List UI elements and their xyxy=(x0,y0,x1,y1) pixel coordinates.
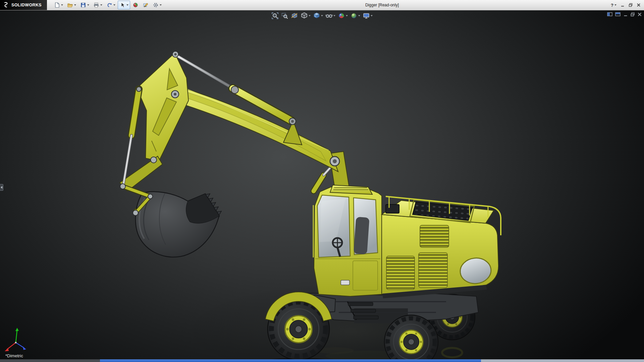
taskbar-segment-blue xyxy=(100,359,481,362)
gear-icon xyxy=(153,2,159,8)
save-button[interactable] xyxy=(78,1,91,9)
taskbar-segment-left xyxy=(0,359,100,362)
minimize-button[interactable] xyxy=(621,3,625,7)
view-settings-button[interactable] xyxy=(362,11,374,20)
dropdown-caret xyxy=(113,4,115,6)
apply-scene-button[interactable] xyxy=(349,11,361,20)
title-bar: SOLIDWORKS xyxy=(0,0,644,10)
new-document-icon xyxy=(54,2,60,8)
pane-minimize-button[interactable] xyxy=(623,12,628,17)
window-controls: ? xyxy=(611,0,641,10)
glasses-icon xyxy=(325,12,333,19)
help-button[interactable]: ? xyxy=(611,3,616,8)
dropdown-caret xyxy=(333,15,335,16)
options-button[interactable] xyxy=(151,1,163,9)
display-style-button[interactable] xyxy=(312,11,324,20)
dropdown-caret xyxy=(160,4,162,6)
zoom-fit-button[interactable] xyxy=(270,11,280,20)
section-view-icon xyxy=(291,12,298,19)
boom-arm[interactable] xyxy=(120,51,350,192)
view-cube-icon xyxy=(301,12,308,19)
split-pane-horizontal-button[interactable] xyxy=(615,12,621,17)
edit-appearance-hud-button[interactable] xyxy=(337,11,349,20)
solidworks-logo-icon xyxy=(3,2,9,8)
save-icon xyxy=(80,2,86,8)
open-folder-icon xyxy=(67,2,73,8)
hide-show-items-button[interactable] xyxy=(324,11,336,20)
dropdown-caret xyxy=(346,15,348,16)
select-button[interactable] xyxy=(118,1,130,9)
bucket[interactable] xyxy=(120,184,221,257)
close-button[interactable] xyxy=(637,3,641,7)
monitor-icon xyxy=(363,12,370,19)
taskbar-segment-right xyxy=(481,359,644,362)
dropdown-caret xyxy=(74,4,76,6)
appearance-ball-icon xyxy=(132,2,139,8)
print-icon xyxy=(93,2,99,8)
window-title: Digger [Read-only] xyxy=(365,3,399,7)
edit-appearance-button[interactable] xyxy=(131,1,140,9)
undo-icon xyxy=(106,2,112,8)
engine-housing[interactable] xyxy=(382,196,501,298)
appearance-ball-icon xyxy=(338,12,345,19)
scene-svg xyxy=(0,0,644,362)
chevron-left-icon xyxy=(1,186,2,189)
dropdown-caret xyxy=(87,4,89,6)
dropdown-caret xyxy=(309,15,311,16)
open-button[interactable] xyxy=(65,1,78,9)
dropdown-caret xyxy=(614,4,616,6)
zoom-area-icon xyxy=(281,12,288,19)
select-cursor-icon xyxy=(119,2,125,8)
pane-controls xyxy=(607,12,642,17)
reference-triad xyxy=(5,328,26,351)
scene-sphere-icon xyxy=(350,12,358,19)
sketch-pencil-icon xyxy=(143,2,149,8)
panel-collapse-tab[interactable] xyxy=(0,184,3,191)
taskbar-strip[interactable] xyxy=(0,359,644,362)
section-view-button[interactable] xyxy=(290,11,299,20)
main-toolbar xyxy=(52,1,163,9)
zoom-area-button[interactable] xyxy=(280,11,289,20)
dropdown-caret xyxy=(126,4,128,6)
excavator-model[interactable] xyxy=(120,51,527,362)
shaded-cube-icon xyxy=(313,12,320,19)
restore-button[interactable] xyxy=(629,3,633,7)
cab[interactable] xyxy=(313,185,382,296)
dropdown-caret xyxy=(61,4,63,6)
print-button[interactable] xyxy=(92,1,104,9)
new-document-button[interactable] xyxy=(52,1,65,9)
pane-close-button[interactable] xyxy=(637,12,642,17)
zoom-fit-icon xyxy=(271,12,279,19)
orientation-label: *Dimetric xyxy=(5,353,23,358)
dropdown-caret xyxy=(358,15,360,16)
dropdown-caret xyxy=(371,15,373,16)
sketch-button[interactable] xyxy=(141,1,150,9)
undo-button[interactable] xyxy=(105,1,117,9)
dropdown-caret xyxy=(321,15,323,16)
solidworks-logo: SOLIDWORKS xyxy=(0,0,47,10)
brand-text: SOLIDWORKS xyxy=(11,3,42,7)
pane-restore-button[interactable] xyxy=(630,12,635,17)
split-pane-vertical-button[interactable] xyxy=(607,12,613,17)
dropdown-caret xyxy=(100,4,102,6)
heads-up-toolbar xyxy=(270,11,374,20)
view-orientation-button[interactable] xyxy=(300,11,312,20)
